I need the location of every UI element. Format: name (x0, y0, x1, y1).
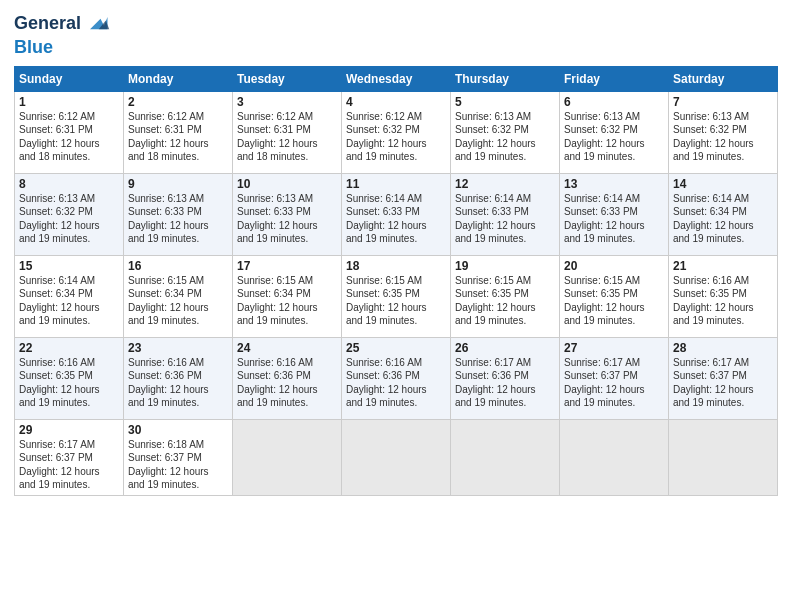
calendar-cell: 17 Sunrise: 6:15 AMSunset: 6:34 PMDaylig… (233, 255, 342, 337)
day-number: 26 (455, 341, 555, 355)
weekday-header: Sunday (15, 66, 124, 91)
cell-info: Sunrise: 6:16 AMSunset: 6:36 PMDaylight:… (346, 356, 446, 410)
calendar-cell: 19 Sunrise: 6:15 AMSunset: 6:35 PMDaylig… (451, 255, 560, 337)
day-number: 18 (346, 259, 446, 273)
day-number: 30 (128, 423, 228, 437)
calendar-cell: 23 Sunrise: 6:16 AMSunset: 6:36 PMDaylig… (124, 337, 233, 419)
day-number: 19 (455, 259, 555, 273)
day-number: 5 (455, 95, 555, 109)
calendar-cell: 20 Sunrise: 6:15 AMSunset: 6:35 PMDaylig… (560, 255, 669, 337)
day-number: 20 (564, 259, 664, 273)
cell-info: Sunrise: 6:15 AMSunset: 6:34 PMDaylight:… (237, 274, 337, 328)
calendar-cell: 9 Sunrise: 6:13 AMSunset: 6:33 PMDayligh… (124, 173, 233, 255)
cell-info: Sunrise: 6:18 AMSunset: 6:37 PMDaylight:… (128, 438, 228, 492)
cell-info: Sunrise: 6:13 AMSunset: 6:33 PMDaylight:… (237, 192, 337, 246)
cell-info: Sunrise: 6:17 AMSunset: 6:37 PMDaylight:… (19, 438, 119, 492)
day-number: 11 (346, 177, 446, 191)
day-number: 9 (128, 177, 228, 191)
cell-info: Sunrise: 6:13 AMSunset: 6:32 PMDaylight:… (564, 110, 664, 164)
calendar-header-row: SundayMondayTuesdayWednesdayThursdayFrid… (15, 66, 778, 91)
calendar-cell: 16 Sunrise: 6:15 AMSunset: 6:34 PMDaylig… (124, 255, 233, 337)
calendar-cell (560, 419, 669, 495)
calendar-cell: 24 Sunrise: 6:16 AMSunset: 6:36 PMDaylig… (233, 337, 342, 419)
calendar-cell: 1 Sunrise: 6:12 AMSunset: 6:31 PMDayligh… (15, 91, 124, 173)
cell-info: Sunrise: 6:16 AMSunset: 6:35 PMDaylight:… (673, 274, 773, 328)
calendar-cell: 6 Sunrise: 6:13 AMSunset: 6:32 PMDayligh… (560, 91, 669, 173)
day-number: 22 (19, 341, 119, 355)
cell-info: Sunrise: 6:17 AMSunset: 6:37 PMDaylight:… (673, 356, 773, 410)
cell-info: Sunrise: 6:16 AMSunset: 6:35 PMDaylight:… (19, 356, 119, 410)
day-number: 8 (19, 177, 119, 191)
calendar-cell: 27 Sunrise: 6:17 AMSunset: 6:37 PMDaylig… (560, 337, 669, 419)
day-number: 23 (128, 341, 228, 355)
day-number: 10 (237, 177, 337, 191)
cell-info: Sunrise: 6:17 AMSunset: 6:36 PMDaylight:… (455, 356, 555, 410)
cell-info: Sunrise: 6:13 AMSunset: 6:32 PMDaylight:… (455, 110, 555, 164)
cell-info: Sunrise: 6:12 AMSunset: 6:32 PMDaylight:… (346, 110, 446, 164)
day-number: 29 (19, 423, 119, 437)
cell-info: Sunrise: 6:15 AMSunset: 6:35 PMDaylight:… (455, 274, 555, 328)
calendar-cell: 30 Sunrise: 6:18 AMSunset: 6:37 PMDaylig… (124, 419, 233, 495)
day-number: 2 (128, 95, 228, 109)
day-number: 6 (564, 95, 664, 109)
calendar-cell: 28 Sunrise: 6:17 AMSunset: 6:37 PMDaylig… (669, 337, 778, 419)
calendar-cell: 14 Sunrise: 6:14 AMSunset: 6:34 PMDaylig… (669, 173, 778, 255)
day-number: 3 (237, 95, 337, 109)
cell-info: Sunrise: 6:15 AMSunset: 6:35 PMDaylight:… (346, 274, 446, 328)
cell-info: Sunrise: 6:16 AMSunset: 6:36 PMDaylight:… (237, 356, 337, 410)
day-number: 7 (673, 95, 773, 109)
calendar-cell (451, 419, 560, 495)
calendar-cell: 26 Sunrise: 6:17 AMSunset: 6:36 PMDaylig… (451, 337, 560, 419)
weekday-header: Friday (560, 66, 669, 91)
day-number: 17 (237, 259, 337, 273)
weekday-header: Tuesday (233, 66, 342, 91)
calendar-cell: 29 Sunrise: 6:17 AMSunset: 6:37 PMDaylig… (15, 419, 124, 495)
cell-info: Sunrise: 6:14 AMSunset: 6:34 PMDaylight:… (673, 192, 773, 246)
calendar-cell: 13 Sunrise: 6:14 AMSunset: 6:33 PMDaylig… (560, 173, 669, 255)
cell-info: Sunrise: 6:13 AMSunset: 6:32 PMDaylight:… (673, 110, 773, 164)
calendar-cell: 12 Sunrise: 6:14 AMSunset: 6:33 PMDaylig… (451, 173, 560, 255)
calendar-cell: 21 Sunrise: 6:16 AMSunset: 6:35 PMDaylig… (669, 255, 778, 337)
calendar-cell (669, 419, 778, 495)
calendar-cell: 25 Sunrise: 6:16 AMSunset: 6:36 PMDaylig… (342, 337, 451, 419)
logo-icon (83, 10, 111, 38)
cell-info: Sunrise: 6:13 AMSunset: 6:32 PMDaylight:… (19, 192, 119, 246)
weekday-header: Monday (124, 66, 233, 91)
cell-info: Sunrise: 6:12 AMSunset: 6:31 PMDaylight:… (237, 110, 337, 164)
cell-info: Sunrise: 6:14 AMSunset: 6:34 PMDaylight:… (19, 274, 119, 328)
calendar-cell (342, 419, 451, 495)
day-number: 12 (455, 177, 555, 191)
day-number: 28 (673, 341, 773, 355)
calendar-cell: 10 Sunrise: 6:13 AMSunset: 6:33 PMDaylig… (233, 173, 342, 255)
calendar-table: SundayMondayTuesdayWednesdayThursdayFrid… (14, 66, 778, 496)
day-number: 1 (19, 95, 119, 109)
logo-text2: Blue (14, 37, 53, 57)
day-number: 16 (128, 259, 228, 273)
calendar-cell: 8 Sunrise: 6:13 AMSunset: 6:32 PMDayligh… (15, 173, 124, 255)
calendar-cell: 2 Sunrise: 6:12 AMSunset: 6:31 PMDayligh… (124, 91, 233, 173)
cell-info: Sunrise: 6:14 AMSunset: 6:33 PMDaylight:… (564, 192, 664, 246)
day-number: 24 (237, 341, 337, 355)
calendar-cell: 22 Sunrise: 6:16 AMSunset: 6:35 PMDaylig… (15, 337, 124, 419)
day-number: 27 (564, 341, 664, 355)
cell-info: Sunrise: 6:17 AMSunset: 6:37 PMDaylight:… (564, 356, 664, 410)
cell-info: Sunrise: 6:15 AMSunset: 6:34 PMDaylight:… (128, 274, 228, 328)
calendar-cell: 18 Sunrise: 6:15 AMSunset: 6:35 PMDaylig… (342, 255, 451, 337)
day-number: 21 (673, 259, 773, 273)
logo-text: General (14, 14, 81, 34)
logo: General Blue (14, 10, 111, 58)
cell-info: Sunrise: 6:14 AMSunset: 6:33 PMDaylight:… (455, 192, 555, 246)
calendar-cell: 15 Sunrise: 6:14 AMSunset: 6:34 PMDaylig… (15, 255, 124, 337)
calendar-cell: 5 Sunrise: 6:13 AMSunset: 6:32 PMDayligh… (451, 91, 560, 173)
cell-info: Sunrise: 6:12 AMSunset: 6:31 PMDaylight:… (128, 110, 228, 164)
cell-info: Sunrise: 6:13 AMSunset: 6:33 PMDaylight:… (128, 192, 228, 246)
calendar-cell: 11 Sunrise: 6:14 AMSunset: 6:33 PMDaylig… (342, 173, 451, 255)
calendar-cell (233, 419, 342, 495)
calendar-cell: 3 Sunrise: 6:12 AMSunset: 6:31 PMDayligh… (233, 91, 342, 173)
weekday-header: Saturday (669, 66, 778, 91)
calendar-body: 1 Sunrise: 6:12 AMSunset: 6:31 PMDayligh… (15, 91, 778, 495)
cell-info: Sunrise: 6:14 AMSunset: 6:33 PMDaylight:… (346, 192, 446, 246)
header: General Blue (14, 10, 778, 58)
day-number: 25 (346, 341, 446, 355)
calendar-cell: 4 Sunrise: 6:12 AMSunset: 6:32 PMDayligh… (342, 91, 451, 173)
